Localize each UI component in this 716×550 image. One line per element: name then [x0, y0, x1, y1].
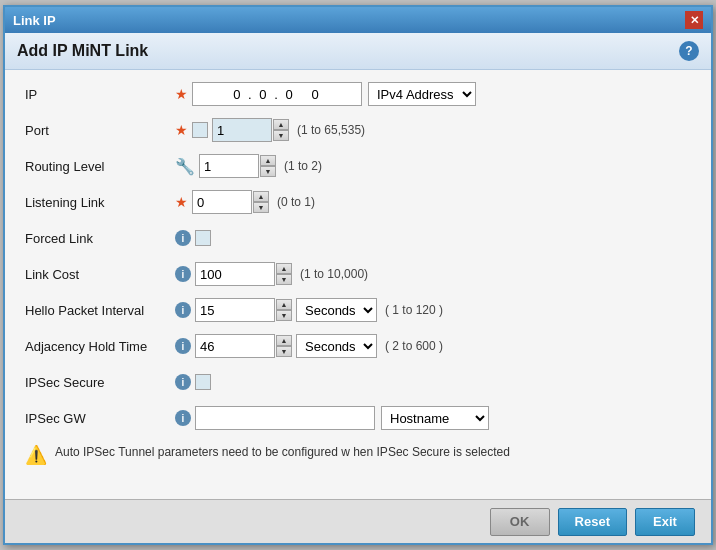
listening-link-label: Listening Link [25, 195, 175, 210]
port-required-star: ★ [175, 122, 188, 138]
port-label: Port [25, 123, 175, 138]
reset-button[interactable]: Reset [558, 508, 627, 536]
link-cost-spinner-buttons: ▲ ▼ [276, 263, 292, 285]
listening-link-input[interactable] [192, 190, 252, 214]
hello-packet-input[interactable] [195, 298, 275, 322]
adjacency-hold-spinner-buttons: ▲ ▼ [276, 335, 292, 357]
hello-packet-up-button[interactable]: ▲ [276, 299, 292, 310]
link-cost-hint: (1 to 10,000) [300, 267, 368, 281]
ipsec-gw-input[interactable] [195, 406, 375, 430]
routing-level-input[interactable] [199, 154, 259, 178]
routing-level-spinner: ▲ ▼ [199, 154, 276, 178]
hello-packet-hint: ( 1 to 120 ) [385, 303, 443, 317]
link-cost-label: Link Cost [25, 267, 175, 282]
ipsec-secure-label: IPSec Secure [25, 375, 175, 390]
adjacency-hold-label: Adjacency Hold Time [25, 339, 175, 354]
hello-packet-spinner: ▲ ▼ [195, 298, 292, 322]
ipsec-secure-checkbox[interactable] [195, 374, 211, 390]
ip-label: IP [25, 87, 175, 102]
adjacency-hold-spinner: ▲ ▼ [195, 334, 292, 358]
form-content: IP ★ IPv4 Address IPv6 Address Port ★ ▲ … [5, 70, 711, 499]
warning-text: Auto IPSec Tunnel parameters need to be … [55, 444, 510, 461]
close-button[interactable]: ✕ [685, 11, 703, 29]
link-cost-spinner: ▲ ▼ [195, 262, 292, 286]
port-down-button[interactable]: ▼ [273, 130, 289, 141]
forced-link-label: Forced Link [25, 231, 175, 246]
title-bar: Link IP ✕ [5, 7, 711, 33]
forced-link-info-icon[interactable]: i [175, 230, 191, 246]
listening-link-row: Listening Link ★ ▲ ▼ (0 to 1) [25, 188, 691, 216]
dialog-title: Link IP [13, 13, 56, 28]
adjacency-hold-info-icon[interactable]: i [175, 338, 191, 354]
link-cost-down-button[interactable]: ▼ [276, 274, 292, 285]
port-row: Port ★ ▲ ▼ (1 to 65,535) [25, 116, 691, 144]
listening-link-down-button[interactable]: ▼ [253, 202, 269, 213]
adjacency-hold-input[interactable] [195, 334, 275, 358]
listening-link-hint: (0 to 1) [277, 195, 315, 209]
ipsec-gw-info-icon[interactable]: i [175, 410, 191, 426]
ipsec-gw-type-select[interactable]: Hostname IPv4 Address IPv6 Address [381, 406, 489, 430]
ipsec-gw-row: IPSec GW i Hostname IPv4 Address IPv6 Ad… [25, 404, 691, 432]
link-cost-row: Link Cost i ▲ ▼ (1 to 10,000) [25, 260, 691, 288]
routing-level-down-button[interactable]: ▼ [260, 166, 276, 177]
link-cost-input[interactable] [195, 262, 275, 286]
routing-level-spinner-buttons: ▲ ▼ [260, 155, 276, 177]
hello-packet-down-button[interactable]: ▼ [276, 310, 292, 321]
ip-input[interactable] [192, 82, 362, 106]
header-bar: Add IP MiNT Link ? [5, 33, 711, 70]
ok-button[interactable]: OK [490, 508, 550, 536]
warning-icon: ⚠️ [25, 444, 47, 466]
hello-packet-label: Hello Packet Interval [25, 303, 175, 318]
link-cost-up-button[interactable]: ▲ [276, 263, 292, 274]
hello-packet-unit-select[interactable]: Seconds Minutes [296, 298, 377, 322]
adjacency-hold-down-button[interactable]: ▼ [276, 346, 292, 357]
ip-required-star: ★ [175, 86, 188, 102]
ipsec-secure-row: IPSec Secure i [25, 368, 691, 396]
port-input[interactable] [212, 118, 272, 142]
adjacency-hold-row: Adjacency Hold Time i ▲ ▼ Seconds Minute… [25, 332, 691, 360]
forced-link-checkbox[interactable] [195, 230, 211, 246]
routing-level-hint: (1 to 2) [284, 159, 322, 173]
wrench-icon: 🔧 [175, 157, 195, 176]
warning-row: ⚠️ Auto IPSec Tunnel parameters need to … [25, 440, 691, 470]
port-spinner-buttons: ▲ ▼ [273, 119, 289, 141]
forced-link-row: Forced Link i [25, 224, 691, 252]
dialog-window: Link IP ✕ Add IP MiNT Link ? IP ★ IPv4 A… [3, 5, 713, 545]
hello-packet-spinner-buttons: ▲ ▼ [276, 299, 292, 321]
port-hint: (1 to 65,535) [297, 123, 365, 137]
ip-type-select[interactable]: IPv4 Address IPv6 Address [368, 82, 476, 106]
listening-link-required-star: ★ [175, 194, 188, 210]
port-spinner: ▲ ▼ [212, 118, 289, 142]
listening-link-up-button[interactable]: ▲ [253, 191, 269, 202]
ip-row: IP ★ IPv4 Address IPv6 Address [25, 80, 691, 108]
adjacency-hold-hint: ( 2 to 600 ) [385, 339, 443, 353]
adjacency-hold-up-button[interactable]: ▲ [276, 335, 292, 346]
help-icon[interactable]: ? [679, 41, 699, 61]
hello-packet-row: Hello Packet Interval i ▲ ▼ Seconds Minu… [25, 296, 691, 324]
footer: OK Reset Exit [5, 499, 711, 543]
port-checkbox[interactable] [192, 122, 208, 138]
listening-link-spinner: ▲ ▼ [192, 190, 269, 214]
routing-level-up-button[interactable]: ▲ [260, 155, 276, 166]
listening-link-spinner-buttons: ▲ ▼ [253, 191, 269, 213]
exit-button[interactable]: Exit [635, 508, 695, 536]
port-up-button[interactable]: ▲ [273, 119, 289, 130]
link-cost-info-icon[interactable]: i [175, 266, 191, 282]
page-title: Add IP MiNT Link [17, 42, 148, 60]
routing-level-row: Routing Level 🔧 ▲ ▼ (1 to 2) [25, 152, 691, 180]
routing-level-label: Routing Level [25, 159, 175, 174]
ipsec-secure-info-icon[interactable]: i [175, 374, 191, 390]
adjacency-hold-unit-select[interactable]: Seconds Minutes [296, 334, 377, 358]
hello-packet-info-icon[interactable]: i [175, 302, 191, 318]
ipsec-gw-label: IPSec GW [25, 411, 175, 426]
